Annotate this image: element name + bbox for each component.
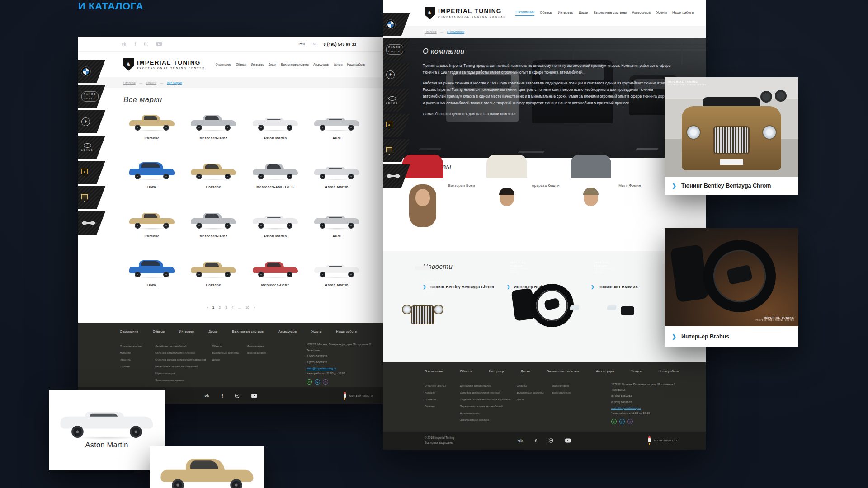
footer-link[interactable]: Отзывы bbox=[425, 404, 446, 408]
pagination-page[interactable]: 10 bbox=[245, 305, 249, 310]
breadcrumb-link[interactable]: О компании bbox=[437, 30, 465, 33]
brand-tile-lamborghini[interactable] bbox=[383, 114, 410, 137]
nav-item[interactable]: Выхлопные системы bbox=[594, 10, 627, 16]
footer-phone-1[interactable]: 8 (495) 5459933 bbox=[611, 394, 680, 398]
footer-email[interactable]: main@imperialtuning.ru bbox=[611, 406, 680, 409]
footer-link[interactable]: Перешивка салона автомобилей bbox=[460, 404, 532, 408]
brand-tile-lexus[interactable]: LLEXUS bbox=[383, 89, 410, 112]
news-card[interactable]: IMPERIAL TUNINGPROFESSIONAL TUNING CENTE… bbox=[507, 277, 585, 289]
nav-item[interactable]: Наши работы bbox=[347, 63, 365, 66]
footer-link[interactable]: Шумоизоляция bbox=[155, 371, 227, 375]
footer-link[interactable]: Обвесы bbox=[212, 344, 239, 347]
nav-item[interactable]: Диски bbox=[579, 10, 588, 16]
footer-link[interactable]: Фотогалерея bbox=[552, 384, 571, 387]
brand-tile-aston-martin[interactable] bbox=[383, 164, 410, 188]
footer-phone-1[interactable]: 8 (495) 5459933 bbox=[307, 354, 375, 358]
nav-item[interactable]: Аксессуары bbox=[313, 63, 329, 66]
lang-switch-ru[interactable]: РУС bbox=[299, 42, 305, 46]
aston-martin-card[interactable]: Aston Martin bbox=[49, 390, 165, 470]
footer-link[interactable]: О тюнинг ателье bbox=[120, 344, 142, 347]
footer-link[interactable]: Диски bbox=[517, 398, 544, 401]
footer-column-header[interactable]: Наши работы bbox=[336, 330, 357, 333]
brand-tile-range-rover[interactable]: RANGEROVER bbox=[383, 38, 410, 61]
telegram-icon[interactable]: ➤ bbox=[315, 379, 320, 385]
footer-link[interactable]: Обвесы bbox=[517, 384, 544, 387]
pagination-next[interactable]: › bbox=[254, 305, 255, 310]
footer-column-header[interactable]: Интерьер bbox=[489, 370, 504, 373]
footer-link[interactable]: О тюнинг ателье bbox=[425, 384, 446, 387]
footer-column-header[interactable]: Аксессуары bbox=[596, 370, 614, 373]
nav-item[interactable]: Диски bbox=[269, 63, 276, 66]
nav-item[interactable]: Наши работы bbox=[672, 10, 694, 16]
nav-item[interactable]: Выхлопные системы bbox=[281, 63, 309, 66]
pagination-prev[interactable]: ‹ bbox=[207, 305, 208, 310]
footer-link[interactable]: Видеогалерея bbox=[247, 351, 266, 354]
footer-column-header[interactable]: О компании bbox=[120, 330, 138, 333]
car-card[interactable]: Audi bbox=[308, 210, 365, 239]
footer-column-header[interactable]: Аксессуары bbox=[278, 330, 297, 333]
instagram-icon[interactable] bbox=[144, 42, 148, 46]
car-card[interactable]: Porsche bbox=[185, 258, 242, 287]
brand-tile-lexus[interactable]: LLEXUS bbox=[78, 136, 105, 159]
studio-credit[interactable]: МУЛЬТИРАКЕТА bbox=[647, 436, 678, 445]
car-card[interactable]: BMW bbox=[123, 160, 180, 189]
brabus-news-card[interactable]: IMPERIAL TUNINGPROFESSIONAL TUNING CENTE… bbox=[665, 228, 798, 347]
youtube-icon[interactable] bbox=[156, 42, 162, 46]
logo[interactable]: ♞ IMPERIAL TUNING PROFESSIONAL TUNING CE… bbox=[123, 58, 205, 71]
nav-item[interactable]: Обвесы bbox=[236, 63, 246, 66]
nav-item[interactable]: Услуги bbox=[334, 63, 343, 66]
nav-item[interactable]: Интерьер bbox=[251, 63, 264, 66]
vk-icon[interactable] bbox=[122, 42, 126, 47]
brand-tile-mercedes[interactable]: ✶ bbox=[383, 63, 410, 86]
car-card[interactable]: Aston Martin bbox=[308, 258, 365, 287]
news-card[interactable]: IMPERIAL TUNINGPROFESSIONAL TUNING CENTE… bbox=[591, 277, 669, 289]
car-card[interactable]: Mercedes-Benz bbox=[185, 210, 242, 239]
footer-column-header[interactable]: О компании bbox=[425, 370, 443, 373]
phone-number[interactable]: 8 (495) 545 99 33 bbox=[324, 42, 356, 47]
footer-column-header[interactable]: Интерьер bbox=[179, 330, 194, 333]
nav-item[interactable]: Интерьер bbox=[558, 10, 573, 16]
footer-link[interactable]: Новости bbox=[120, 351, 142, 354]
car-card[interactable]: Aston Martin bbox=[247, 210, 304, 239]
pagination-page[interactable]: 3 bbox=[225, 305, 227, 310]
footer-link[interactable]: Эксклюзивная окраска bbox=[155, 378, 227, 381]
car-card[interactable]: BMW bbox=[123, 258, 180, 287]
footer-column-header[interactable]: Диски bbox=[521, 370, 530, 373]
footer-phone-2[interactable]: 8 (926) 9089932 bbox=[611, 400, 680, 404]
brand-tile-aston-martin[interactable] bbox=[78, 211, 105, 235]
footer-column-header[interactable]: Выхлопные системы bbox=[547, 370, 579, 373]
studio-credit[interactable]: МУЛЬТИРАКЕТА bbox=[343, 392, 373, 400]
facebook-icon[interactable] bbox=[535, 438, 537, 443]
nav-item[interactable]: Аксессуары bbox=[632, 10, 651, 16]
nav-item[interactable]: О компании bbox=[216, 63, 231, 66]
breadcrumb-link[interactable]: Главная bbox=[425, 30, 437, 33]
logo[interactable]: ♞ IMPERIAL TUNING PROFESSIONAL TUNING CE… bbox=[425, 7, 506, 19]
breadcrumb-link[interactable]: Все марки bbox=[156, 81, 182, 84]
footer-link[interactable]: Новости bbox=[425, 391, 446, 394]
footer-link[interactable]: Отзывы bbox=[120, 365, 142, 368]
car-card[interactable]: Porsche bbox=[123, 210, 180, 239]
footer-link[interactable]: Диски bbox=[212, 358, 239, 361]
review-card[interactable]: Митя Фомин bbox=[591, 178, 669, 188]
brand-tile-bmw[interactable] bbox=[78, 60, 105, 83]
nav-item[interactable]: О компании bbox=[515, 10, 534, 16]
breadcrumb-link[interactable]: Главная bbox=[123, 81, 136, 84]
youtube-icon[interactable] bbox=[251, 394, 257, 398]
nav-item[interactable]: Обвесы bbox=[540, 10, 552, 16]
vk-icon[interactable] bbox=[205, 394, 209, 398]
facebook-icon[interactable] bbox=[134, 42, 136, 47]
pagination-page[interactable]: ... bbox=[238, 305, 241, 310]
footer-link[interactable]: Перешивка салона автомобилей bbox=[155, 365, 227, 368]
brand-tile-porsche[interactable] bbox=[78, 186, 105, 209]
footer-column-header[interactable]: Наши работы bbox=[659, 370, 679, 373]
car-card[interactable]: Mercedes-Benz bbox=[247, 258, 304, 287]
bentley-news-card[interactable]: IMPERIAL TUNINGPROFESSIONAL TUNING CENTE… bbox=[665, 77, 798, 195]
pagination-page[interactable]: 2 bbox=[219, 305, 221, 310]
brand-tile-range-rover[interactable]: RANGEROVER bbox=[78, 85, 105, 108]
vk-icon[interactable] bbox=[518, 438, 523, 443]
instagram-icon[interactable] bbox=[549, 439, 553, 443]
pagination-page[interactable]: 4 bbox=[231, 305, 233, 310]
car-card[interactable]: Porsche bbox=[185, 160, 242, 189]
brand-tile-bmw[interactable] bbox=[383, 13, 410, 36]
telegram-icon[interactable]: ➤ bbox=[619, 419, 625, 424]
